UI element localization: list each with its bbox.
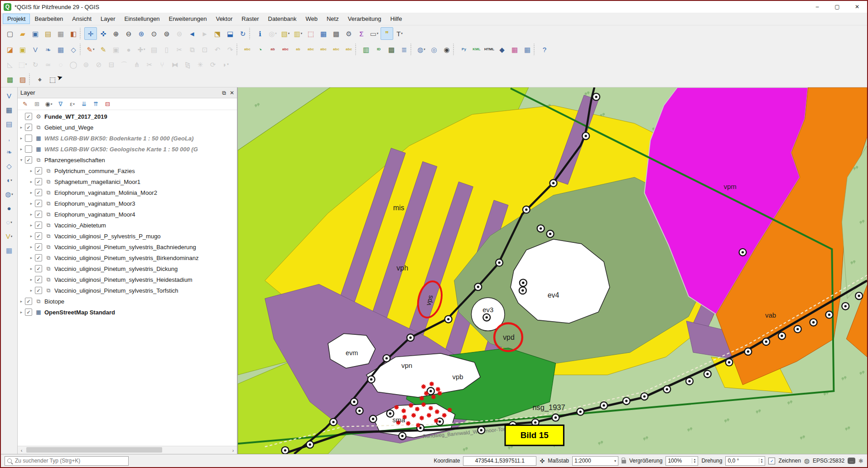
new-print-layout-icon[interactable]: ▤ bbox=[42, 27, 54, 40]
expander-icon[interactable]: ▸ bbox=[28, 179, 35, 184]
plugin-id-icon[interactable]: ID bbox=[372, 43, 385, 56]
expander-icon[interactable]: ▸ bbox=[28, 223, 35, 227]
run-feature-action-icon[interactable]: ◎ bbox=[266, 27, 279, 40]
panel-close-icon[interactable]: ✕ bbox=[230, 90, 234, 96]
layer-labeling-icon[interactable]: abc bbox=[241, 43, 254, 56]
text-annotation-icon[interactable]: T bbox=[393, 27, 406, 40]
layer-tree-item[interactable]: ▸ ⧉ Vaccinio_uliginosi_P_sylvestris_P_mu… bbox=[18, 231, 237, 241]
html-export-icon[interactable]: HTML bbox=[483, 43, 496, 56]
refresh-map-icon[interactable]: ↻ bbox=[236, 27, 249, 40]
rotate-point-symbols-icon[interactable]: ✳ bbox=[194, 58, 207, 71]
scrollbar-thumb[interactable] bbox=[26, 447, 162, 453]
identify-features-icon[interactable]: ℹ bbox=[254, 27, 266, 40]
add-wcs-layer-icon[interactable]: ● bbox=[3, 202, 16, 215]
plugin-forest-icon[interactable]: ▩ bbox=[385, 43, 398, 56]
menu-item[interactable]: Vektor bbox=[211, 14, 237, 24]
zoom-to-selection-icon[interactable]: ⊙ bbox=[148, 27, 160, 40]
pin-labels-icon[interactable]: ab bbox=[266, 43, 279, 56]
layer-tree-item[interactable]: ▸ ⧉ Vaccinio_uliginosi_Pinetum_sylvestri… bbox=[18, 241, 237, 252]
maximize-button[interactable]: ▢ bbox=[827, 1, 847, 13]
layer-tree-item[interactable]: ▸ ⧉ Gebiet_und_Wege bbox=[18, 122, 237, 133]
add-virtual-point-layer-icon[interactable]: ◇ bbox=[3, 159, 16, 173]
coordinate-tracking-icon[interactable]: ✜ bbox=[540, 458, 545, 464]
layer-visibility-checkbox[interactable] bbox=[35, 276, 42, 283]
add-ring-icon[interactable]: ◌ bbox=[54, 58, 67, 71]
expander-icon[interactable]: ▸ bbox=[18, 310, 25, 314]
toggle-label-display-icon[interactable]: ab bbox=[292, 43, 304, 56]
paste-features-icon[interactable]: ⊡ bbox=[198, 43, 211, 56]
add-part-icon[interactable]: ◯ bbox=[67, 58, 80, 71]
layer-tree-item[interactable]: ▸ ⧉ Vaccinio_uliginosi_Pinetum_sylvestri… bbox=[18, 274, 237, 285]
map-tips-icon[interactable]: ❞ bbox=[381, 27, 393, 40]
expander-icon[interactable]: ▾ bbox=[18, 158, 25, 162]
menu-item[interactable]: Web bbox=[301, 14, 322, 24]
layer-tree-item[interactable]: ▸ ⧉ Vaccinio_uliginosi_Pinetum_sylvestri… bbox=[18, 252, 237, 263]
save-layer-edits-icon[interactable]: ▣ bbox=[110, 43, 122, 56]
layer-tree-item[interactable]: ▸ ⧉ Sphagnetum_magellanici_Moor1 bbox=[18, 176, 237, 187]
layer-visibility-checkbox[interactable] bbox=[35, 222, 42, 229]
expander-icon[interactable]: ▸ bbox=[18, 147, 25, 151]
layer-visibility-checkbox[interactable] bbox=[35, 211, 42, 218]
layer-tree-item[interactable]: ▾ ⧉ Pflanzengesellschaften bbox=[18, 154, 237, 165]
datasource-manager-icon[interactable]: ◪ bbox=[4, 43, 16, 56]
modify-attributes-icon[interactable]: ▤ bbox=[148, 43, 160, 56]
zoom-last-icon[interactable]: ◄ bbox=[186, 27, 198, 40]
menu-item[interactable]: Ansicht bbox=[68, 14, 96, 24]
layer-visibility-checkbox[interactable] bbox=[35, 178, 42, 185]
field-calculator-icon[interactable]: ▩ bbox=[330, 27, 342, 40]
processing-options-icon[interactable]: ⚙ bbox=[342, 27, 355, 40]
attribute-grid-icon[interactable]: ▦ bbox=[521, 43, 534, 56]
plugin-green-icon[interactable]: ▥ bbox=[360, 43, 372, 56]
split-features-icon[interactable]: ✂ bbox=[143, 58, 156, 71]
scroll-right-icon[interactable]: › bbox=[229, 448, 237, 453]
plugin-builder-icon[interactable]: ◆ bbox=[496, 43, 508, 56]
measure-icon[interactable]: ▭ bbox=[368, 27, 381, 40]
select-features-icon[interactable]: ▧ bbox=[279, 27, 292, 40]
layer-visibility-checkbox[interactable] bbox=[25, 124, 32, 131]
expander-icon[interactable]: ▸ bbox=[28, 277, 35, 282]
offset-point-symbols-icon[interactable]: ⟳ bbox=[207, 58, 219, 71]
add-raster-layer-icon[interactable]: ▦ bbox=[3, 103, 16, 116]
move-label-icon[interactable]: abc bbox=[317, 43, 330, 56]
add-vector-layer-icon[interactable]: V bbox=[3, 89, 16, 102]
search-input[interactable] bbox=[14, 457, 126, 464]
new-virtual-layer-icon[interactable]: ◇ bbox=[67, 43, 80, 56]
layer-tree-item[interactable]: ▸ ⧉ Eriophorum_vaginatum_Molinia_Moor2 bbox=[18, 187, 237, 198]
trim-extend-icon[interactable]: ◗ bbox=[219, 58, 232, 71]
zoom-out-icon[interactable]: ⊖ bbox=[122, 27, 135, 40]
expander-icon[interactable]: ▸ bbox=[28, 169, 35, 173]
layer-visibility-checkbox[interactable] bbox=[25, 309, 32, 316]
cut-features-icon[interactable]: ✂ bbox=[173, 43, 186, 56]
add-wms-layer-icon[interactable]: ◍ bbox=[3, 188, 16, 201]
edits-indicator-icon[interactable]: ✱ bbox=[858, 458, 863, 464]
close-button[interactable]: ✕ bbox=[847, 1, 867, 13]
layer-tree-item[interactable]: ▸ ▦ WMS LGRB-BW GK50: Geologische Karte … bbox=[18, 144, 237, 154]
new-spatialite-layer-icon[interactable]: ❧ bbox=[42, 43, 54, 56]
metasearch-icon[interactable]: ◍ bbox=[415, 43, 428, 56]
expander-icon[interactable]: ▸ bbox=[18, 299, 25, 304]
render-checkbox[interactable]: ✓ bbox=[768, 458, 775, 464]
open-attribute-table-icon[interactable]: ▦ bbox=[317, 27, 330, 40]
split-parts-icon[interactable]: ⑂ bbox=[156, 58, 169, 71]
statistical-summary-icon[interactable]: Σ bbox=[355, 27, 368, 40]
zoom-full-icon[interactable]: ⊛ bbox=[135, 27, 148, 40]
add-wfs-layer-icon[interactable]: ◌ bbox=[3, 216, 16, 229]
show-bookmarks-icon[interactable]: ⬓ bbox=[224, 27, 236, 40]
menu-item[interactable]: Hilfe bbox=[386, 14, 406, 24]
add-arcgis-layer-icon[interactable]: ▦ bbox=[3, 244, 16, 257]
layer-tree-item[interactable]: ▸ ⧉ Polytrichum_commune_Fazies bbox=[18, 165, 237, 176]
select-by-form-icon[interactable]: ▥ bbox=[292, 27, 304, 40]
zoom-next-icon[interactable]: ► bbox=[198, 27, 211, 40]
redo-icon[interactable]: ↷ bbox=[224, 43, 236, 56]
python-console-icon[interactable]: Py bbox=[458, 43, 470, 56]
layer-tree-item[interactable]: ⊙ Funde_WT_2017_2019 bbox=[18, 111, 237, 122]
menu-item[interactable]: Layer bbox=[96, 14, 120, 24]
crs-value[interactable]: EPSG:25832 bbox=[813, 458, 844, 464]
zoom-to-layer-icon[interactable]: ⊚ bbox=[160, 27, 173, 40]
new-bookmark-icon[interactable]: ⬔ bbox=[211, 27, 224, 40]
layout-manager-icon[interactable]: ▦ bbox=[54, 27, 67, 40]
layer-tree-item[interactable]: ▸ ⧉ Vaccinio_Abietetum bbox=[18, 220, 237, 231]
new-shapefile-layer-icon[interactable]: V bbox=[29, 43, 42, 56]
pan-map-icon[interactable]: ✛ bbox=[84, 27, 97, 40]
layer-visibility-checkbox[interactable] bbox=[35, 232, 42, 240]
